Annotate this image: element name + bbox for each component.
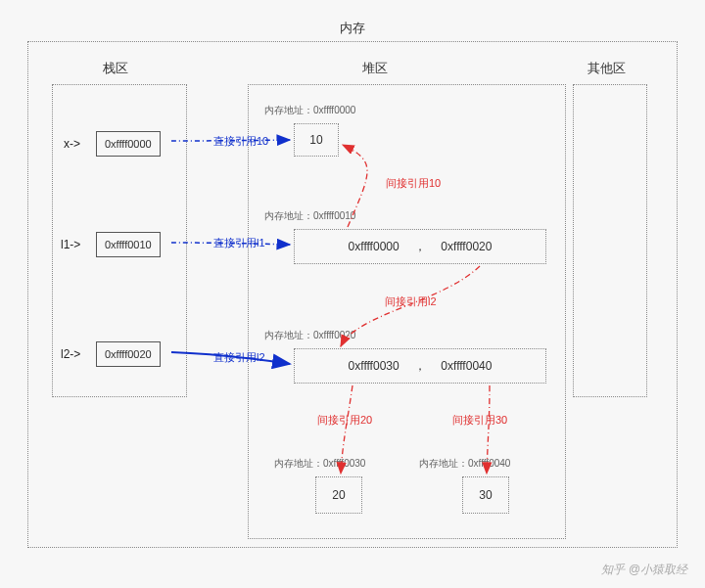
edge-indirectl2: 间接引用l2 <box>385 294 437 309</box>
edge-indirect20: 间接引用20 <box>317 413 372 428</box>
obj10-box: 10 <box>294 123 339 157</box>
var-l2-addr: 0xffff0020 <box>96 341 161 367</box>
edge-indirect10: 间接引用10 <box>386 176 441 191</box>
l2-e0: 0xffff0030 <box>349 359 400 373</box>
other-box <box>573 84 647 397</box>
watermark: 知乎 @小猿取经 <box>601 562 687 578</box>
l2-listbox: 0xffff0030 ， 0xffff0040 <box>294 348 546 384</box>
obj20-box: 20 <box>315 476 362 514</box>
var-l2-label: l2-> <box>61 347 80 361</box>
l1-e1: 0xffff0020 <box>441 240 492 253</box>
obj20-addrlabel: 内存地址：0xffff0030 <box>274 457 365 471</box>
var-l1-addr: 0xffff0010 <box>96 232 161 257</box>
l2-e1: 0xffff0040 <box>441 359 492 373</box>
edge-directl1: 直接引用l1 <box>213 236 265 250</box>
section-label-other: 其他区 <box>588 60 626 77</box>
edge-indirect30: 间接引用30 <box>452 413 507 428</box>
section-label-heap: 堆区 <box>362 60 388 77</box>
l2-comma: ， <box>414 359 426 373</box>
obj10-addrlabel: 内存地址：0xffff0000 <box>264 104 355 117</box>
var-x-addr: 0xffff0000 <box>96 131 161 157</box>
edge-directl2: 直接引用l2 <box>213 350 265 365</box>
section-label-stack: 栈区 <box>103 60 128 77</box>
obj30-box: 30 <box>462 476 509 514</box>
var-l1-label: l1-> <box>61 238 80 251</box>
var-x-label: x-> <box>64 137 80 151</box>
l1-comma: ， <box>414 240 426 253</box>
l1-listbox: 0xffff0000 ， 0xffff0020 <box>294 229 546 264</box>
l1-e0: 0xffff0000 <box>349 240 400 253</box>
edge-direct10: 直接引用10 <box>213 134 268 149</box>
l2-addrlabel: 内存地址：0xffff0020 <box>264 329 355 342</box>
title-memory: 内存 <box>0 20 705 37</box>
obj30-addrlabel: 内存地址：0xffff0040 <box>419 457 510 471</box>
l1-addrlabel: 内存地址：0xffff0010 <box>264 209 355 223</box>
